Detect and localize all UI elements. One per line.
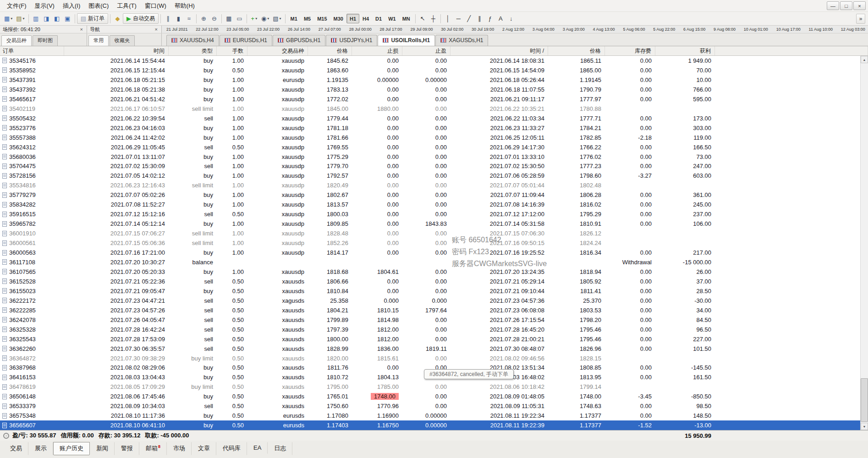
new-order-button[interactable]: ▤新订单 (77, 13, 108, 24)
timeframe-d1-button[interactable]: D1 (372, 14, 385, 23)
restore-button[interactable]: □ (840, 1, 852, 10)
column-header[interactable]: 时间 (64, 46, 169, 55)
terminal-tab-交易[interactable]: 交易 (4, 442, 28, 455)
table-row[interactable]: 363253282021.07.28 16:42:24sell0.50xauus… (0, 325, 868, 334)
trendline-button[interactable]: ╱ (464, 13, 474, 24)
column-header[interactable]: 价格 (308, 46, 352, 55)
menu-item[interactable]: 窗口(W) (141, 0, 170, 12)
menu-item[interactable]: 文件(F) (3, 0, 31, 12)
menu-item[interactable]: 图表(C) (84, 0, 113, 12)
equidistant-channel-button[interactable]: ∥ (474, 13, 485, 24)
timeframe-h1-button[interactable]: H1 (346, 14, 359, 23)
table-row[interactable]: 355573882021.06.24 11:42:02buy1.00xauusd… (0, 133, 868, 142)
scroll-up-icon[interactable]: ▲ (861, 56, 868, 63)
table-row[interactable]: 356243122021.06.29 11:05:45sell0.50xauus… (0, 142, 868, 152)
market-watch-tab[interactable]: 交易品种 (1, 35, 32, 46)
column-header[interactable]: 时间 / (450, 46, 548, 55)
table-row[interactable]: 363255432021.07.28 17:53:09sell0.50xauus… (0, 334, 868, 344)
timeframe-h4-button[interactable]: H4 (359, 14, 372, 23)
timeframe-mn-button[interactable]: MN (399, 14, 413, 23)
table-row[interactable]: 353451762021.06.14 15:54:44buy1.00xauusd… (0, 56, 868, 65)
metaeditor-button[interactable]: ◆ (112, 13, 123, 24)
table-row[interactable]: 357792792021.07.07 05:02:26buy1.00xauusd… (0, 190, 868, 200)
navigator-close-icon[interactable]: × (154, 27, 159, 32)
terminal-tab-市场[interactable]: 市场 (167, 442, 192, 455)
table-row[interactable]: 353589522021.06.15 12:15:44buy0.50xauusd… (0, 65, 868, 75)
scroll-down-icon[interactable]: ▼ (861, 423, 868, 430)
terminal-tab-日志[interactable]: 日志 (268, 442, 292, 455)
periods-button[interactable]: ◉▾ (259, 13, 271, 24)
column-header[interactable]: 交易品种 (247, 46, 308, 55)
terminal-tab-文章[interactable]: 文章 (192, 442, 216, 455)
templates-button[interactable]: ▧▾ (271, 13, 283, 24)
terminal-tab-ea[interactable]: EA (247, 442, 268, 454)
arrows-tool-button[interactable]: ↓ (506, 13, 516, 24)
chart-bars-button[interactable]: ∥ (163, 13, 173, 24)
chart-tab[interactable]: XAGUSDs,H1 (435, 35, 488, 46)
table-row[interactable]: 365333792021.08.09 10:34:03sell0.50xauus… (0, 401, 868, 411)
table-row[interactable]: 361525282021.07.21 05:22:36sell0.50xauus… (0, 277, 868, 286)
navigator-tab[interactable]: 收藏夹 (110, 35, 135, 46)
terminal-tab-展示[interactable]: 展示 (28, 442, 53, 455)
close-button[interactable]: × (853, 1, 866, 10)
timeframe-m15-button[interactable]: M15 (314, 14, 330, 23)
data-window-button[interactable]: ◨ (41, 13, 52, 24)
market-watch-close-icon[interactable]: × (79, 27, 84, 32)
crosshair-button[interactable]: ┼ (428, 13, 439, 24)
indicators-button[interactable]: +▾ (249, 13, 259, 24)
table-row[interactable]: 360005632021.07.16 17:21:00buy1.00xauusd… (0, 248, 868, 257)
timeframe-m1-button[interactable]: M1 (287, 14, 301, 23)
new-chart-button[interactable]: ▦▾ (2, 13, 14, 24)
table-row[interactable]: 361171082021.07.20 10:30:27balanceWithdr… (0, 257, 868, 267)
scrollbar-thumb[interactable] (861, 378, 868, 422)
cursor-button[interactable]: ↖ (418, 13, 428, 24)
auto-trading-button[interactable]: ▶自动交易 (123, 13, 159, 24)
vertical-scrollbar[interactable]: ▲ ▼ (860, 56, 868, 430)
cascade-windows-button[interactable]: ▭ (234, 13, 245, 24)
table-row[interactable]: 354021192021.06.17 06:10:57sell limit1.0… (0, 104, 868, 114)
table-row[interactable]: 361550232021.07.21 09:05:47buy0.50xauusd… (0, 286, 868, 296)
toolbar-overflow-button[interactable]: » (856, 14, 865, 24)
terminal-tab-代码库[interactable]: 代码库 (216, 442, 247, 455)
table-row[interactable]: 354373922021.06.18 05:21:38buy1.00xauusd… (0, 85, 868, 94)
fibonacci-button[interactable]: ƒ (485, 13, 495, 24)
table-row[interactable]: 362420782021.07.26 04:05:47sell0.50xauus… (0, 315, 868, 325)
menu-item[interactable]: 显示(V) (31, 0, 59, 12)
terminal-tab-邮箱[interactable]: 邮箱8 (139, 442, 167, 455)
terminal-tab-账户历史[interactable]: 账户历史 (53, 442, 90, 455)
table-row[interactable]: 362222852021.07.23 04:57:26sell0.50xauus… (0, 305, 868, 315)
table-row[interactable]: 354373912021.06.18 05:21:15buy1.00eurusd… (0, 75, 868, 85)
table-row[interactable]: 365753482021.08.10 11:17:36buy0.50eurusd… (0, 411, 868, 420)
minimize-button[interactable]: — (827, 1, 839, 10)
navigator-button[interactable]: ◧ (52, 13, 62, 24)
menu-item[interactable]: 工具(T) (113, 0, 141, 12)
terminal-tab-新闻[interactable]: 新闻 (90, 442, 115, 455)
chart-tab[interactable]: XAUUSDs,H4 (166, 35, 219, 46)
column-header[interactable]: 订单 (0, 46, 64, 55)
table-row[interactable]: 356800362021.07.01 13:11:07buy1.00xauusd… (0, 152, 868, 162)
profiles-button[interactable]: ▤▾ (14, 13, 26, 24)
table-row[interactable]: 354656172021.06.21 04:51:42buy1.00xauusd… (0, 94, 868, 104)
chart-line-button[interactable]: ≈ (184, 13, 194, 24)
column-header[interactable]: 类型 (169, 46, 217, 55)
horizontal-line-button[interactable]: ─ (453, 13, 464, 24)
table-row[interactable]: 361075652021.07.20 05:20:33buy1.00xauusd… (0, 267, 868, 277)
column-header[interactable]: 止损 (352, 46, 402, 55)
timeframe-m30-button[interactable]: M30 (330, 14, 346, 23)
text-label-button[interactable]: A (495, 13, 506, 24)
chart-tab[interactable]: USDJPYs,H1 (326, 35, 377, 46)
market-watch-tab[interactable]: 即时图 (33, 35, 58, 46)
table-row[interactable]: 363648722021.07.30 09:38:29buy limit0.50… (0, 354, 868, 363)
vertical-line-button[interactable]: │ (443, 13, 453, 24)
menu-item[interactable]: 插入(I) (59, 0, 84, 12)
table-row[interactable]: 360005612021.07.15 05:06:36sell limit1.0… (0, 238, 868, 248)
column-header[interactable]: 手数 (217, 46, 247, 55)
table-row[interactable]: 355054322021.06.22 10:39:54sell1.00xauus… (0, 114, 868, 123)
table-row[interactable]: 358342822021.07.08 11:52:27buy1.00xauusd… (0, 200, 868, 209)
chart-tab[interactable]: USOILRolls,H1 (378, 35, 435, 46)
chart-candles-button[interactable]: ▮ (173, 13, 184, 24)
column-header[interactable]: 止盈 (402, 46, 450, 55)
terminal-button[interactable]: ▣ (62, 13, 73, 24)
table-row[interactable]: 357044752021.07.02 15:30:09sell1.00xauus… (0, 161, 868, 171)
market-watch-button[interactable]: ▥ (31, 13, 41, 24)
